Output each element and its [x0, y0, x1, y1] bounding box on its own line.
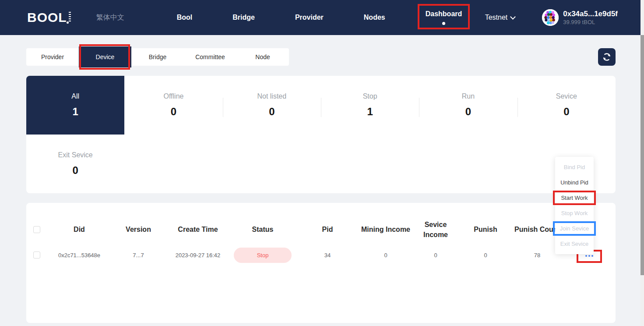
nav-label: Bool	[177, 14, 193, 21]
stat-card-offline[interactable]: Offline 0	[124, 76, 222, 135]
cell-status: Stop	[230, 248, 295, 263]
stat-label: Stop	[363, 92, 377, 100]
logo-text: BOOL	[27, 11, 67, 25]
row-actions-dropdown: Bind Pid Unbind Pid Start Work Stop Work…	[555, 157, 594, 254]
main-nav: Bool Bridge Provider Nodes Dashboard	[177, 10, 462, 25]
chevron-down-icon	[510, 14, 516, 20]
stat-label: Offline	[164, 92, 184, 100]
menu-item-join-sevice[interactable]: Join Sevice	[555, 221, 594, 236]
nav-label: Provider	[295, 14, 324, 21]
tab-node[interactable]: Node	[236, 48, 289, 66]
tab-label: Device	[96, 53, 115, 60]
stat-label: Not listed	[257, 92, 286, 100]
cell-punish: 0	[460, 252, 511, 259]
ellipsis-dot	[591, 255, 593, 257]
stat-card-not-listed[interactable]: Not listed 0	[223, 76, 321, 135]
stat-card-all[interactable]: All 1	[26, 76, 124, 135]
stat-value: 0	[171, 106, 176, 118]
cell-version: 7...7	[111, 252, 165, 259]
page-scrollbar-thumb[interactable]	[640, 35, 644, 275]
cell-did: 0x2c71...53648e	[47, 252, 111, 259]
ellipsis-dot	[585, 255, 587, 257]
col-header-did: Did	[47, 224, 111, 234]
tab-committee[interactable]: Committee	[184, 48, 236, 66]
tab-label: Committee	[195, 53, 225, 60]
menu-label: Stop Work	[561, 210, 588, 216]
stat-value: 0	[563, 106, 569, 118]
refresh-icon	[602, 52, 612, 62]
stat-value: 1	[367, 106, 373, 118]
active-nav-dot	[442, 22, 445, 25]
tab-label: Provider	[41, 53, 64, 60]
network-selector[interactable]: Testnet	[485, 14, 515, 21]
stat-value: 1	[72, 106, 78, 118]
identicon-avatar	[542, 9, 559, 26]
red-annotation-box-dashboard: Dashboard	[426, 10, 462, 25]
nav-item-provider[interactable]: Provider	[295, 14, 324, 21]
stat-value: 0	[269, 106, 274, 118]
row-checkbox[interactable]	[33, 252, 40, 259]
device-table-panel: Did Version Create Time Status Pid Minin…	[26, 203, 616, 323]
table-header-row: Did Version Create Time Status Pid Minin…	[26, 215, 616, 244]
menu-item-unbind-pid[interactable]: Unbind Pid	[555, 175, 594, 190]
wallet-account[interactable]: 0x34a5...1e9d5f 39.999 tBOL	[542, 9, 618, 26]
stat-value: 0	[465, 106, 471, 118]
logo-exclamation-mark	[69, 12, 71, 21]
tab-provider[interactable]: Provider	[26, 48, 79, 66]
stat-card-run[interactable]: Run 0	[419, 76, 517, 135]
tab-label: Bridge	[149, 53, 166, 60]
nav-item-nodes[interactable]: Nodes	[364, 14, 385, 21]
status-badge-stop: Stop	[234, 248, 292, 263]
col-header-version: Version	[111, 224, 165, 234]
wallet-balance: 39.999 tBOL	[563, 18, 618, 26]
stat-label: Run	[462, 92, 475, 100]
nav-label: Dashboard	[426, 10, 462, 18]
network-label: Testnet	[485, 14, 508, 21]
stat-card-sevice[interactable]: Sevice 0	[517, 76, 616, 135]
col-header-sevice-income: Sevice Income	[412, 220, 460, 240]
device-stats-panel: All 1 Offline 0 Not listed 0 Stop 1 Run …	[26, 76, 616, 193]
menu-label: Start Work	[561, 195, 588, 201]
nav-label: Bridge	[232, 14, 255, 21]
col-header-create-time: Create Time	[165, 224, 230, 234]
col-header-mining-income: Mining Income	[360, 224, 412, 234]
menu-item-bind-pid[interactable]: Bind Pid	[555, 159, 594, 175]
ellipsis-dot	[588, 255, 590, 257]
menu-item-exit-sevice[interactable]: Exit Sevice	[555, 236, 594, 252]
menu-label: Join Sevice	[560, 225, 589, 232]
tab-bridge[interactable]: Bridge	[131, 48, 184, 66]
nav-item-bridge[interactable]: Bridge	[232, 14, 255, 21]
select-all-checkbox[interactable]	[33, 226, 40, 233]
menu-item-start-work[interactable]: Start Work	[555, 190, 594, 206]
table-row: 0x2c71...53648e 7...7 2023-09-27 16:42 S…	[26, 244, 616, 266]
stat-label: Sevice	[556, 92, 577, 100]
language-switcher[interactable]: 繁体中文	[96, 13, 124, 22]
nav-label: Nodes	[364, 14, 385, 21]
refresh-button[interactable]	[598, 48, 616, 66]
nav-item-dashboard[interactable]: Dashboard	[426, 10, 462, 25]
menu-label: Unbind Pid	[560, 179, 588, 186]
stat-card-exit-sevice[interactable]: Exit Sevice 0	[26, 135, 124, 193]
nav-item-bool[interactable]: Bool	[177, 14, 193, 21]
stat-card-stop[interactable]: Stop 1	[321, 76, 419, 135]
avatar	[542, 9, 559, 26]
col-header-pid: Pid	[295, 224, 360, 234]
col-header-punish: Punish	[460, 224, 511, 234]
cell-create-time: 2023-09-27 16:42	[165, 252, 230, 259]
cell-mining-income: 0	[360, 252, 412, 259]
stat-label: Exit Sevice	[58, 151, 93, 159]
menu-item-stop-work[interactable]: Stop Work	[555, 206, 594, 221]
stat-label: All	[71, 92, 79, 100]
stat-value: 0	[72, 164, 78, 177]
tab-label: Node	[255, 53, 270, 60]
top-navbar: BOOL 繁体中文 Bool Bridge Provider Nodes Das…	[0, 0, 644, 35]
col-header-status: Status	[230, 224, 295, 234]
menu-label: Bind Pid	[564, 164, 585, 170]
page: BOOL 繁体中文 Bool Bridge Provider Nodes Das…	[0, 0, 644, 326]
page-scrollbar-track	[640, 0, 644, 326]
dashboard-tabbar: Provider Device Bridge Committee Node	[26, 48, 289, 66]
tab-device[interactable]: Device	[79, 46, 131, 67]
bool-logo[interactable]: BOOL	[27, 11, 71, 25]
wallet-texts: 0x34a5...1e9d5f 39.999 tBOL	[563, 10, 618, 26]
cell-pid: 34	[295, 252, 360, 259]
